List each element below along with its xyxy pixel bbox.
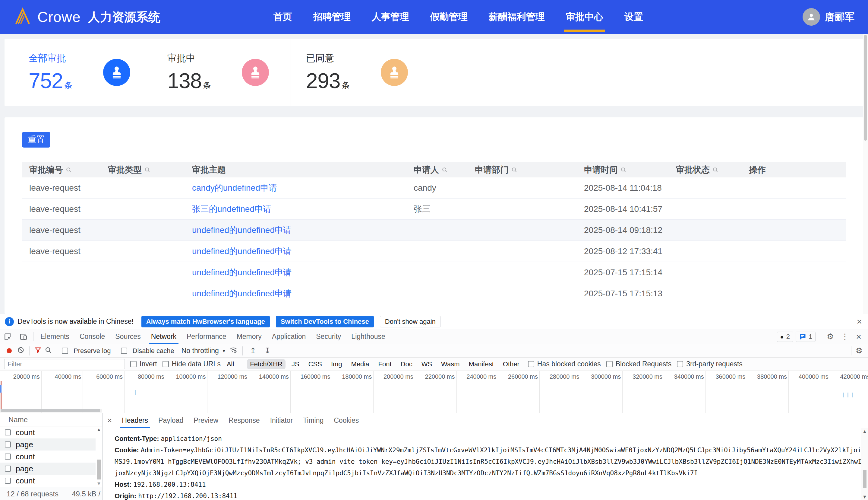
import-har-icon[interactable]: ↥ <box>247 346 259 355</box>
disable-cache-checkbox[interactable] <box>121 348 127 354</box>
more-options-icon[interactable]: ⋮ <box>838 332 851 341</box>
request-checkbox[interactable] <box>5 466 11 471</box>
request-row[interactable]: count <box>0 427 102 439</box>
filter-type-ws[interactable]: WS <box>419 359 435 370</box>
filter-type-media[interactable]: Media <box>348 359 372 370</box>
nav-item-approval-center[interactable]: 审批中心 <box>564 0 605 34</box>
filter-type-img[interactable]: Img <box>328 359 345 370</box>
third-party-requests-checkbox[interactable] <box>677 361 683 367</box>
filter-type-doc[interactable]: Doc <box>398 359 415 370</box>
filter-type-font[interactable]: Font <box>375 359 394 370</box>
horizontal-scrollbar[interactable] <box>0 409 102 412</box>
filter-type-manifest[interactable]: Manifest <box>466 359 497 370</box>
request-checkbox[interactable] <box>5 454 11 459</box>
nav-item-payroll[interactable]: 薪酬福利管理 <box>487 0 547 34</box>
reset-button[interactable]: 重置 <box>22 132 50 148</box>
scroll-down-icon[interactable]: ▼ <box>862 494 867 500</box>
filter-input[interactable] <box>4 359 125 369</box>
devtools-settings-gear-icon[interactable]: ⚙ <box>824 332 836 341</box>
filter-funnel-icon[interactable] <box>34 346 42 355</box>
tab-response[interactable]: Response <box>223 413 265 428</box>
request-checkbox[interactable] <box>5 478 11 484</box>
devtools-close-icon[interactable]: × <box>854 332 864 342</box>
filter-type-other[interactable]: Other <box>500 359 523 370</box>
tab-application[interactable]: Application <box>267 329 311 344</box>
tab-initiator[interactable]: Initiator <box>265 413 298 428</box>
user-menu[interactable]: 唐郦军 <box>802 8 855 26</box>
subject-link[interactable]: undefined的undefined申请 <box>192 267 292 278</box>
tab-elements[interactable]: Elements <box>35 329 74 344</box>
nav-item-recruit[interactable]: 招聘管理 <box>312 0 352 34</box>
hide-data-urls-checkbox[interactable] <box>163 361 169 367</box>
tab-timing[interactable]: Timing <box>298 413 329 428</box>
col-approval-status[interactable]: 审批状态 <box>669 162 742 178</box>
network-conditions-icon[interactable] <box>229 346 237 356</box>
page-scrollbar-thumb[interactable] <box>864 35 867 140</box>
page-scrollbar[interactable] <box>863 34 868 314</box>
col-apply-time[interactable]: 申请时间 <box>577 162 669 178</box>
filter-type-all[interactable]: All <box>224 359 237 370</box>
nav-item-settings[interactable]: 设置 <box>623 0 645 34</box>
details-close-icon[interactable]: × <box>103 416 117 425</box>
record-button[interactable] <box>7 348 12 353</box>
col-applicant[interactable]: 申请人 <box>407 162 468 178</box>
nav-item-attendance[interactable]: 假勤管理 <box>429 0 469 34</box>
request-checkbox[interactable] <box>5 429 11 435</box>
request-row[interactable]: page <box>0 463 102 475</box>
scroll-down-icon[interactable]: ▼ <box>96 480 101 487</box>
filter-type-js[interactable]: JS <box>289 359 302 370</box>
subject-link[interactable]: 张三的undefined申请 <box>192 203 271 215</box>
details-scrollbar[interactable]: ▲ ▼ <box>861 428 868 500</box>
nav-item-home[interactable]: 首页 <box>272 0 294 34</box>
switch-chinese-button[interactable]: Switch DevTools to Chinese <box>276 316 374 327</box>
scrollbar-thumb[interactable] <box>863 470 867 488</box>
tab-lighthouse[interactable]: Lighthouse <box>346 329 390 344</box>
scroll-up-icon[interactable]: ▲ <box>862 428 867 435</box>
throttling-dropdown[interactable]: No throttling ▼ <box>181 347 226 355</box>
tab-memory[interactable]: Memory <box>232 329 267 344</box>
tab-preview[interactable]: Preview <box>188 413 223 428</box>
request-checkbox[interactable] <box>5 442 11 447</box>
network-settings-gear-icon[interactable]: ⚙ <box>853 346 865 355</box>
request-row[interactable]: count <box>0 451 102 463</box>
scroll-up-icon[interactable]: ▲ <box>96 427 101 433</box>
tab-sources[interactable]: Sources <box>110 329 145 344</box>
network-overview-timeline[interactable]: 20000 ms40000 ms60000 ms80000 ms100000 m… <box>0 371 868 413</box>
dont-show-again-button[interactable]: Don't show again <box>380 316 441 327</box>
tab-network[interactable]: Network <box>146 329 181 344</box>
request-list-scrollbar[interactable]: ▲ ▼ <box>96 427 102 487</box>
request-row[interactable]: page <box>0 439 102 451</box>
col-department[interactable]: 申请部门 <box>468 162 577 178</box>
tab-console[interactable]: Console <box>74 329 110 344</box>
invert-checkbox[interactable] <box>130 361 137 367</box>
inspect-element-icon[interactable] <box>0 333 16 341</box>
tab-security[interactable]: Security <box>311 329 346 344</box>
error-counter-badge[interactable]: ● 2 <box>777 332 793 342</box>
subject-link[interactable]: undefined的undefined申请 <box>192 288 292 299</box>
filter-type-fetch-xhr[interactable]: Fetch/XHR <box>247 359 285 370</box>
device-toolbar-icon[interactable] <box>16 333 31 341</box>
tab-headers[interactable]: Headers <box>117 413 153 428</box>
tab-performance[interactable]: Performance <box>181 329 232 344</box>
export-har-icon[interactable]: ↧ <box>262 346 273 355</box>
request-row[interactable]: count <box>0 475 102 487</box>
preserve-log-checkbox[interactable] <box>62 348 68 354</box>
filter-type-wasm[interactable]: Wasm <box>438 359 463 370</box>
notice-close-icon[interactable]: × <box>857 317 862 327</box>
clear-icon[interactable] <box>17 346 24 355</box>
filter-type-css[interactable]: CSS <box>305 359 325 370</box>
has-blocked-cookies-checkbox[interactable] <box>528 361 534 367</box>
tab-payload[interactable]: Payload <box>153 413 188 428</box>
horizontal-scrollbar-thumb[interactable] <box>1 409 100 412</box>
scrollbar-thumb[interactable] <box>97 459 101 479</box>
col-approval-id[interactable]: 审批编号 <box>22 162 101 178</box>
subject-link[interactable]: undefined的undefined申请 <box>192 225 292 236</box>
subject-link[interactable]: candy的undefined申请 <box>192 182 277 194</box>
nav-item-hr[interactable]: 人事管理 <box>370 0 411 34</box>
tab-cookies[interactable]: Cookies <box>329 413 364 428</box>
blocked-requests-checkbox[interactable] <box>606 361 613 367</box>
subject-link[interactable]: undefined的undefined申请 <box>192 246 292 257</box>
search-icon[interactable] <box>45 346 52 355</box>
col-approval-type[interactable]: 审批类型 <box>101 162 185 178</box>
name-column-header[interactable]: Name <box>0 413 102 427</box>
